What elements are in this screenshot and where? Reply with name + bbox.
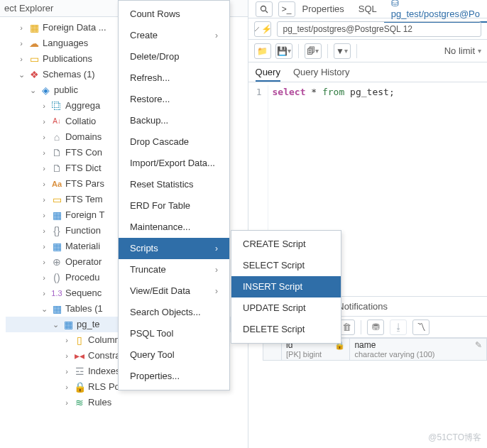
ctx-import-export[interactable]: Import/Export Data... bbox=[119, 153, 229, 174]
columns-icon: ▯ bbox=[74, 334, 85, 346]
ctx-erd[interactable]: ERD For Table bbox=[119, 195, 229, 217]
edit-icon: ✎ bbox=[475, 340, 482, 350]
tree-label: Rules bbox=[88, 395, 111, 410]
ctx-search-objects[interactable]: Search Objects... bbox=[119, 302, 229, 323]
schema-public-icon: ◈ bbox=[40, 84, 51, 96]
tables-icon: ▦ bbox=[51, 303, 62, 315]
ctx-script-create[interactable]: CREATE Script bbox=[231, 234, 341, 255]
svg-line-1 bbox=[266, 11, 268, 13]
tree-label: Sequenc bbox=[65, 285, 102, 301]
subtab-history[interactable]: Query History bbox=[293, 67, 349, 82]
ctx-properties[interactable]: Properties... bbox=[119, 366, 229, 387]
fts-template-icon: ▭ bbox=[51, 194, 62, 205]
procedure-icon: () bbox=[51, 272, 62, 283]
operator-icon: ⊕ bbox=[51, 256, 62, 268]
function-icon: {} bbox=[51, 225, 62, 236]
ctx-maintenance[interactable]: Maintenance... bbox=[119, 217, 229, 238]
tree-label: Procedu bbox=[65, 270, 99, 285]
copy-button[interactable]: 🗐▾ bbox=[305, 43, 322, 59]
ctx-view-edit[interactable]: View/Edit Data› bbox=[119, 280, 229, 302]
indexes-icon: ☲ bbox=[74, 366, 85, 377]
tree-label: pg_te bbox=[77, 317, 100, 332]
connection-bar: ⟋⚡ pg_test/postgres@PostgreSQL 12 bbox=[248, 18, 487, 40]
ctx-script-delete[interactable]: DELETE Script bbox=[231, 319, 341, 340]
results-tab-notifications[interactable]: Notifications bbox=[337, 301, 388, 312]
ctx-query-tool[interactable]: Query Tool bbox=[119, 344, 229, 366]
ctx-delete-drop[interactable]: Delete/Drop bbox=[119, 46, 229, 67]
filter-button[interactable]: ▼▾ bbox=[334, 43, 351, 59]
tree-label: Aggrega bbox=[65, 98, 100, 114]
save-results-button[interactable]: ⛃ bbox=[367, 319, 384, 335]
context-menu: Count Rows Create› Delete/Drop Refresh..… bbox=[118, 0, 230, 390]
tree-label: FTS Pars bbox=[65, 176, 104, 192]
col-name[interactable]: name✎ character varying (100) bbox=[350, 339, 487, 361]
tree-label: public bbox=[54, 82, 78, 98]
ctx-scripts[interactable]: Scripts› bbox=[119, 238, 229, 259]
schema-icon: ❖ bbox=[28, 69, 40, 80]
ctx-script-select[interactable]: SELECT Script bbox=[231, 255, 341, 276]
row-limit-select[interactable]: No limit▾ bbox=[444, 45, 481, 56]
table-icon: ▦ bbox=[62, 319, 74, 330]
ctx-truncate[interactable]: Truncate› bbox=[119, 259, 229, 280]
query-subtabs: Query Query History bbox=[248, 62, 487, 82]
tree-label: Schemas (1) bbox=[43, 67, 95, 82]
object-explorer: ect Explorer ›▦Foreign Data ... ›☁Langua… bbox=[0, 0, 248, 448]
fts-config-icon: 🗋 bbox=[51, 147, 62, 158]
tree-label: Foreign T bbox=[65, 207, 104, 223]
top-tabs: >_ Properties SQL ⛁ pg_test/postgres@Po bbox=[248, 0, 487, 18]
fts-parser-icon: Aa bbox=[51, 178, 62, 190]
watermark: @51CTO博客 bbox=[428, 432, 481, 444]
terminal-button[interactable]: >_ bbox=[278, 1, 295, 17]
wrapper-icon: ▦ bbox=[28, 22, 40, 33]
tree-label: Foreign Data ... bbox=[43, 20, 106, 35]
database-icon: ⛁ bbox=[391, 0, 399, 9]
search-button[interactable] bbox=[256, 1, 273, 17]
sequence-icon: 1.3 bbox=[51, 288, 62, 299]
download-button[interactable]: ⭳ bbox=[390, 319, 407, 335]
ctx-script-update[interactable]: UPDATE Script bbox=[231, 297, 341, 319]
tab-sql[interactable]: SQL bbox=[351, 1, 384, 16]
tree-label: Materiali bbox=[65, 239, 100, 254]
ctx-backup[interactable]: Backup... bbox=[119, 110, 229, 131]
domain-icon: ⌂ bbox=[51, 131, 62, 143]
tree-label: Collatio bbox=[65, 114, 96, 129]
tree-label: Languages bbox=[43, 35, 88, 51]
disconnect-button[interactable]: ⟋⚡ bbox=[254, 21, 271, 37]
open-button[interactable]: 📁 bbox=[254, 43, 271, 59]
constraints-icon: ▸◂ bbox=[74, 350, 85, 361]
save-button[interactable]: 💾▾ bbox=[275, 43, 292, 59]
tree-label: FTS Con bbox=[65, 145, 102, 160]
ctx-refresh[interactable]: Refresh... bbox=[119, 67, 229, 89]
subtab-query[interactable]: Query bbox=[256, 67, 280, 82]
fts-dict-icon: 🗋 bbox=[51, 163, 62, 174]
ctx-psql-tool[interactable]: PSQL Tool bbox=[119, 323, 229, 344]
tree-label: FTS Tem bbox=[65, 192, 103, 207]
collation-icon: A↓ bbox=[51, 116, 62, 127]
connection-picker[interactable]: pg_test/postgres@PostgreSQL 12 bbox=[277, 21, 481, 37]
tree-label: Operator bbox=[65, 254, 102, 270]
tree-label: FTS Dict bbox=[65, 160, 102, 176]
svg-point-0 bbox=[261, 6, 266, 11]
query-toolbar: 📁 💾▾ 🗐▾ ▼▾ No limit▾ bbox=[248, 40, 487, 62]
chevron-right-icon: › bbox=[215, 241, 218, 256]
tree-rules[interactable]: ›≋Rules bbox=[6, 395, 248, 410]
tree-label: Publications bbox=[43, 51, 92, 67]
publication-icon: ▭ bbox=[28, 53, 40, 65]
chevron-right-icon: › bbox=[215, 283, 218, 299]
aggregate-icon: ⿻ bbox=[51, 100, 62, 111]
ctx-restore[interactable]: Restore... bbox=[119, 89, 229, 110]
tree-label: Domains bbox=[65, 129, 102, 145]
context-submenu-scripts: CREATE Script SELECT Script INSERT Scrip… bbox=[231, 230, 341, 344]
ctx-drop-cascade[interactable]: Drop Cascade bbox=[119, 131, 229, 153]
graph-button[interactable]: 〽 bbox=[412, 319, 429, 335]
chevron-right-icon: › bbox=[215, 262, 218, 278]
tree-label: Indexes bbox=[88, 364, 121, 379]
rls-icon: 🔒 bbox=[74, 381, 85, 393]
ctx-count-rows[interactable]: Count Rows bbox=[119, 4, 229, 25]
foreign-table-icon: ▦ bbox=[51, 209, 62, 221]
ctx-reset-stats[interactable]: Reset Statistics bbox=[119, 174, 229, 195]
ctx-create[interactable]: Create› bbox=[119, 25, 229, 46]
tab-properties[interactable]: Properties bbox=[295, 1, 351, 16]
ctx-script-insert[interactable]: INSERT Script bbox=[231, 276, 341, 297]
rules-icon: ≋ bbox=[74, 397, 85, 408]
